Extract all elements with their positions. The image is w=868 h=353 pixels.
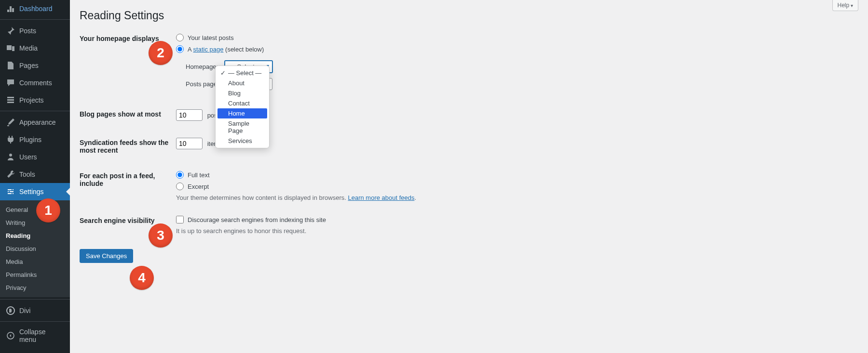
dropdown-option-sample[interactable]: Sample Page — [217, 118, 267, 136]
comments-icon — [6, 78, 15, 88]
submenu-media[interactable]: Media — [0, 255, 70, 268]
dashboard-icon — [6, 4, 15, 13]
brush-icon — [6, 118, 15, 127]
media-icon — [6, 43, 15, 53]
feed-desc: Your theme determines how content is dis… — [176, 194, 858, 201]
radio-static-label: A static page (select below) — [188, 46, 264, 53]
sidebar-label: Dashboard — [19, 5, 53, 13]
badge-4: 4 — [130, 266, 154, 290]
sidebar-label: Posts — [19, 27, 36, 35]
sidebar-item-posts[interactable]: Posts — [0, 22, 70, 39]
projects-icon — [6, 95, 15, 105]
radio-static-page[interactable] — [176, 45, 184, 53]
submenu-privacy[interactable]: Privacy — [0, 281, 70, 294]
learn-feeds-link[interactable]: Learn more about feeds — [348, 194, 414, 201]
sidebar-item-appearance[interactable]: Appearance — [0, 114, 70, 131]
homepage-dropdown-panel: — Select — About Blog Contact Home Sampl… — [215, 65, 270, 148]
wrench-icon — [6, 170, 15, 179]
radio-full-label: Full text — [188, 171, 210, 179]
content-area: Help Reading Settings Your homepage disp… — [70, 0, 868, 353]
sidebar-item-collapse[interactable]: Collapse menu — [0, 324, 70, 347]
blog-pages-label: Blog pages show at most — [80, 109, 176, 121]
radio-latest-label: Your latest posts — [188, 34, 234, 41]
sidebar-item-tools[interactable]: Tools — [0, 166, 70, 183]
settings-icon — [6, 187, 15, 196]
pages-icon — [6, 61, 15, 70]
dropdown-option-select[interactable]: — Select — — [217, 68, 267, 78]
radio-latest-posts[interactable] — [176, 34, 184, 41]
submenu-discussion[interactable]: Discussion — [0, 242, 70, 255]
sidebar-item-divi[interactable]: Divi — [0, 302, 70, 319]
badge-2: 2 — [149, 41, 173, 65]
sidebar-label: Divi — [19, 307, 30, 314]
dropdown-option-blog[interactable]: Blog — [217, 88, 267, 98]
radio-excerpt[interactable] — [176, 183, 184, 190]
feed-format-label: For each post in a feed, include — [80, 171, 176, 201]
sidebar-item-users[interactable]: Users — [0, 148, 70, 166]
sidebar-item-pages[interactable]: Pages — [0, 57, 70, 74]
syndication-label: Syndication feeds show the most recent — [80, 138, 176, 154]
dropdown-option-about[interactable]: About — [217, 78, 267, 88]
radio-full-text[interactable] — [176, 171, 184, 179]
radio-excerpt-label: Excerpt — [188, 183, 209, 190]
pin-icon — [6, 26, 15, 36]
sidebar-item-plugins[interactable]: Plugins — [0, 131, 70, 148]
sidebar-label: Users — [19, 153, 37, 161]
user-icon — [6, 152, 15, 162]
save-button[interactable]: Save Changes — [80, 249, 133, 263]
sidebar-label: Projects — [19, 96, 44, 104]
dropdown-option-contact[interactable]: Contact — [217, 98, 267, 108]
discourage-label: Discourage search engines from indexing … — [188, 216, 326, 223]
badge-3: 3 — [149, 223, 173, 248]
sidebar-label: Appearance — [19, 118, 56, 126]
dropdown-option-services[interactable]: Services — [217, 136, 267, 146]
discourage-checkbox[interactable] — [176, 216, 184, 223]
sidebar-item-media[interactable]: Media — [0, 39, 70, 57]
sidebar-label: Comments — [19, 79, 52, 87]
dropdown-option-home[interactable]: Home — [217, 108, 267, 118]
syndication-input[interactable] — [176, 138, 203, 149]
plugin-icon — [6, 135, 15, 144]
help-button[interactable]: Help — [832, 0, 858, 11]
sidebar-item-settings[interactable]: Settings — [0, 183, 70, 200]
submenu-permalinks[interactable]: Permalinks — [0, 268, 70, 281]
sidebar-label: Pages — [19, 62, 39, 69]
submenu-reading[interactable]: Reading — [0, 229, 70, 242]
sidebar-label: Media — [19, 44, 38, 52]
sidebar-label: Settings — [19, 188, 44, 196]
sidebar-item-projects[interactable]: Projects — [0, 92, 70, 109]
collapse-icon — [6, 331, 15, 340]
blog-pages-input[interactable] — [176, 109, 203, 121]
sidebar-label: Tools — [19, 170, 35, 178]
sidebar-label: Plugins — [19, 136, 41, 144]
sidebar-item-dashboard[interactable]: Dashboard — [0, 0, 70, 17]
badge-1: 1 — [36, 198, 60, 222]
static-page-link[interactable]: static page — [193, 46, 224, 53]
sidebar-item-comments[interactable]: Comments — [0, 74, 70, 92]
page-title: Reading Settings — [80, 5, 858, 24]
sidebar-label: Collapse menu — [19, 328, 64, 343]
submenu-writing[interactable]: Writing — [0, 216, 70, 229]
divi-icon — [6, 306, 15, 315]
search-engine-desc: It is up to search engines to honor this… — [176, 227, 858, 235]
admin-sidebar: Dashboard Posts Media Pages Comments Pro… — [0, 0, 70, 353]
